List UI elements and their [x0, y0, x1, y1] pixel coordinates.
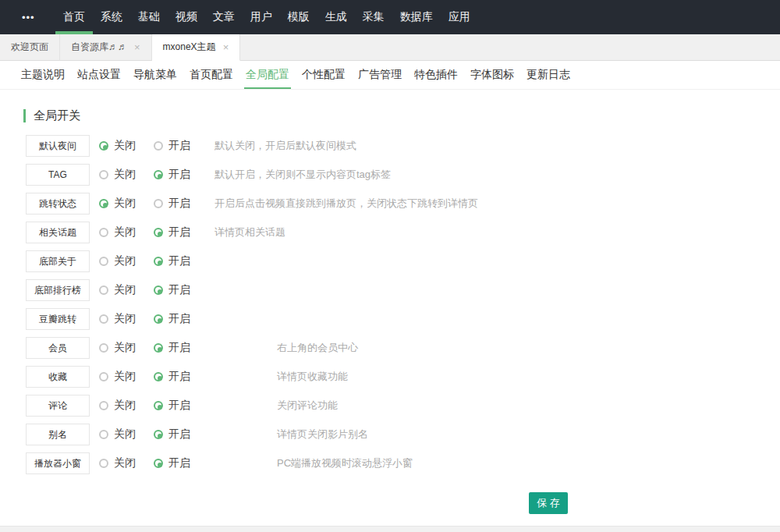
radio-circle-icon	[99, 343, 108, 353]
radio-on[interactable]: 开启	[154, 139, 208, 153]
radio-circle-icon	[99, 430, 108, 439]
subnav-tab[interactable]: 特色插件	[413, 61, 459, 89]
radio-on-label: 开启	[168, 341, 190, 355]
topnav-item[interactable]: 首页	[55, 0, 93, 34]
radio-off-label: 关闭	[114, 225, 136, 239]
setting-label: 评论	[26, 395, 90, 417]
topnav-item[interactable]: 基础	[130, 0, 168, 34]
radio-on[interactable]: 开启	[154, 312, 208, 326]
radio-circle-icon	[154, 401, 163, 410]
radio-on-label: 开启	[168, 456, 190, 470]
topnav-item[interactable]: 用户	[243, 0, 280, 34]
subnav-tab[interactable]: 更新日志	[525, 61, 572, 89]
window-tab[interactable]: 欢迎页面	[0, 34, 60, 61]
radio-circle-icon	[99, 314, 108, 324]
topnav-item[interactable]: 文章	[205, 0, 243, 34]
topnav-item[interactable]: 视频	[168, 0, 205, 34]
radio-on[interactable]: 开启	[154, 197, 208, 211]
topnav-item[interactable]: 系统	[93, 0, 130, 34]
setting-row: 默认夜间关闭开启默认关闭，开启后默认夜间模式	[26, 135, 780, 157]
radio-circle-icon	[154, 257, 163, 266]
subnav-tab[interactable]: 主题说明	[20, 61, 66, 89]
section-header: 全局开关	[23, 108, 780, 123]
setting-row: 别名关闭开启详情页关闭影片别名	[26, 424, 780, 445]
radio-circle-icon	[154, 343, 163, 353]
radio-on[interactable]: 开启	[154, 254, 208, 268]
bottom-strip	[0, 526, 780, 532]
radio-off[interactable]: 关闭	[99, 168, 154, 182]
setting-row: 底部关于关闭开启	[26, 250, 780, 272]
close-tab-icon[interactable]: ×	[223, 42, 229, 52]
setting-label: 播放器小窗	[26, 452, 90, 474]
setting-label: 豆瓣跳转	[26, 308, 90, 330]
window-tab-label: 欢迎页面	[11, 41, 48, 54]
topnav-item[interactable]: 应用	[441, 0, 478, 34]
radio-on-label: 开启	[168, 427, 190, 442]
radio-on[interactable]: 开启	[154, 456, 208, 470]
window-tab[interactable]: 自资源库♬♬×	[60, 34, 152, 61]
radio-off-label: 关闭	[114, 456, 136, 470]
radio-circle-icon	[99, 141, 108, 151]
setting-row: 相关话题关闭开启详情页相关话题	[26, 222, 780, 243]
setting-description: 详情页关闭影片别名	[277, 427, 368, 442]
radio-off[interactable]: 关闭	[99, 427, 154, 442]
setting-label: 相关话题	[26, 222, 90, 243]
radio-on[interactable]: 开启	[154, 168, 208, 182]
radio-off[interactable]: 关闭	[99, 225, 154, 239]
window-tab-label: mxoneX主题	[163, 41, 216, 54]
radio-off[interactable]: 关闭	[99, 370, 154, 384]
radio-off[interactable]: 关闭	[99, 197, 154, 211]
radio-off[interactable]: 关闭	[99, 399, 154, 413]
radio-off[interactable]: 关闭	[99, 283, 154, 297]
subnav-tab[interactable]: 首页配置	[188, 61, 235, 89]
radio-off-label: 关闭	[114, 283, 136, 297]
subnav-tab[interactable]: 个性配置	[300, 61, 347, 89]
radio-on[interactable]: 开启	[154, 427, 208, 442]
radio-on[interactable]: 开启	[154, 341, 208, 355]
more-menu-icon[interactable]: •••	[0, 0, 55, 34]
top-navbar: ••• 首页系统基础视频文章用户模版生成采集数据库应用	[0, 0, 780, 34]
setting-row: 评论关闭开启关闭评论功能	[26, 395, 780, 417]
topnav-item[interactable]: 模版	[280, 0, 317, 34]
radio-circle-icon	[99, 199, 108, 208]
topnav-item[interactable]: 生成	[317, 0, 355, 34]
radio-on[interactable]: 开启	[154, 225, 208, 239]
radio-off-label: 关闭	[114, 168, 136, 182]
setting-label: 底部关于	[26, 250, 90, 272]
setting-description: 详情页相关话题	[214, 225, 285, 239]
setting-label: 底部排行榜	[26, 279, 90, 301]
tab-bar: 欢迎页面自资源库♬♬×mxoneX主题×	[0, 34, 780, 61]
tab-bar-filler	[240, 34, 780, 61]
subnav-tab[interactable]: 导航菜单	[132, 61, 179, 89]
subnav-tab[interactable]: 站点设置	[76, 61, 122, 89]
close-tab-icon[interactable]: ×	[134, 42, 140, 52]
setting-description: 详情页收藏功能	[277, 370, 348, 384]
radio-circle-icon	[99, 286, 108, 295]
radio-off[interactable]: 关闭	[99, 456, 154, 470]
radio-off[interactable]: 关闭	[99, 139, 154, 153]
radio-off-label: 关闭	[114, 254, 136, 268]
radio-on[interactable]: 开启	[154, 399, 208, 413]
radio-on[interactable]: 开启	[154, 370, 208, 384]
radio-on-label: 开启	[168, 370, 190, 384]
topnav-item[interactable]: 采集	[355, 0, 392, 34]
subnav-tab[interactable]: 字体图标	[469, 61, 516, 89]
setting-row: 收藏关闭开启详情页收藏功能	[26, 366, 780, 388]
radio-circle-icon	[99, 228, 108, 237]
radio-off[interactable]: 关闭	[99, 341, 154, 355]
save-button[interactable]: 保 存	[529, 492, 568, 514]
setting-row: 底部排行榜关闭开启	[26, 279, 780, 301]
setting-description: 开启后点击视频直接跳到播放页，关闭状态下跳转到详情页	[214, 197, 478, 211]
subnav-tab[interactable]: 广告管理	[356, 61, 403, 89]
radio-off[interactable]: 关闭	[99, 254, 154, 268]
topnav-item[interactable]: 数据库	[392, 0, 441, 34]
radio-on-label: 开启	[168, 139, 190, 153]
setting-description: 右上角的会员中心	[277, 341, 358, 355]
radio-off-label: 关闭	[114, 312, 136, 326]
subnav-tab[interactable]: 全局配置	[244, 61, 291, 89]
window-tab[interactable]: mxoneX主题×	[152, 34, 241, 61]
setting-label: 别名	[26, 424, 90, 445]
radio-off[interactable]: 关闭	[99, 312, 154, 326]
radio-circle-icon	[99, 257, 108, 266]
radio-on[interactable]: 开启	[154, 283, 208, 297]
